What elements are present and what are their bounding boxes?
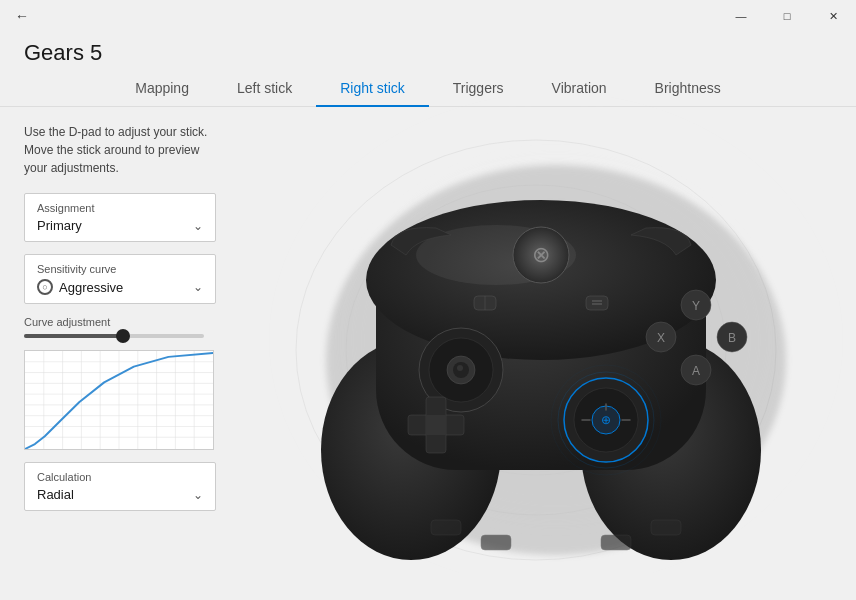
calculation-chevron-icon: ⌄ (193, 488, 203, 502)
curve-graph-svg (25, 351, 213, 449)
slider-thumb[interactable] (116, 329, 130, 343)
calculation-box[interactable]: Calculation Radial ⌄ (24, 462, 216, 511)
sensitivity-label: Sensitivity curve (37, 263, 203, 275)
sensitivity-chevron-icon: ⌄ (193, 280, 203, 294)
sensitivity-row: ○ Aggressive ⌄ (37, 279, 203, 295)
assignment-box[interactable]: Assignment Primary ⌄ (24, 193, 216, 242)
app-title: Gears 5 (0, 32, 856, 70)
back-button[interactable]: ← (12, 6, 32, 26)
calculation-row: Radial ⌄ (37, 487, 203, 502)
assignment-value: Primary (37, 218, 82, 233)
svg-rect-56 (431, 520, 461, 535)
sensitivity-circle-icon: ○ (37, 279, 53, 295)
tab-mapping[interactable]: Mapping (111, 70, 213, 106)
title-bar: ← — □ ✕ (0, 0, 856, 32)
svg-point-38 (457, 365, 463, 371)
close-button[interactable]: ✕ (810, 0, 856, 32)
window-controls: — □ ✕ (718, 0, 856, 32)
svg-rect-58 (601, 535, 631, 550)
sensitivity-value: ○ Aggressive (37, 279, 123, 295)
svg-text:A: A (692, 364, 700, 378)
svg-rect-47 (426, 415, 446, 435)
curve-adjustment-section: Curve adjustment (24, 316, 216, 338)
minimize-button[interactable]: — (718, 0, 764, 32)
main-content: Use the D-pad to adjust your stick.Move … (0, 107, 856, 583)
svg-text:Y: Y (692, 299, 700, 313)
slider-fill (24, 334, 123, 338)
svg-text:⊕: ⊕ (601, 413, 611, 427)
svg-text:B: B (728, 331, 736, 345)
assignment-row: Primary ⌄ (37, 218, 203, 233)
svg-text:⊗: ⊗ (532, 242, 550, 267)
curve-adjustment-slider[interactable] (24, 334, 204, 338)
sensitivity-box[interactable]: Sensitivity curve ○ Aggressive ⌄ (24, 254, 216, 304)
controller-area: ⊗ ⊕ (236, 97, 856, 573)
left-panel: Use the D-pad to adjust your stick.Move … (0, 107, 240, 583)
assignment-chevron-icon: ⌄ (193, 219, 203, 233)
curve-graph (24, 350, 214, 450)
controller-svg: ⊗ ⊕ (236, 97, 856, 573)
curve-adjustment-label: Curve adjustment (24, 316, 216, 328)
svg-text:X: X (657, 331, 665, 345)
svg-rect-57 (481, 535, 511, 550)
calculation-label: Calculation (37, 471, 203, 483)
svg-rect-59 (651, 520, 681, 535)
maximize-button[interactable]: □ (764, 0, 810, 32)
calculation-value: Radial (37, 487, 74, 502)
svg-rect-31 (586, 296, 608, 310)
hint-text: Use the D-pad to adjust your stick.Move … (24, 123, 216, 177)
assignment-label: Assignment (37, 202, 203, 214)
